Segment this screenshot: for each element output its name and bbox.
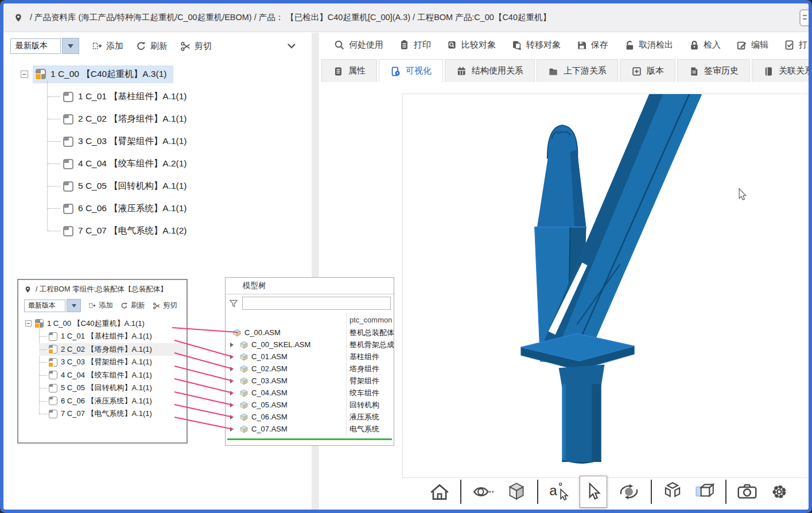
refresh-button[interactable]: 刷新 [121, 301, 145, 310]
collapse-toggle[interactable] [21, 71, 28, 78]
doc-check-icon [784, 40, 794, 50]
expand-arrow-icon[interactable] [230, 379, 236, 383]
annotation-select-icon[interactable] [547, 480, 570, 503]
model-tree-title: 模型树 [226, 278, 394, 294]
orbit-icon[interactable] [616, 480, 642, 503]
tab-versions[interactable]: 版本 [620, 59, 675, 82]
model-tree-row[interactable]: C_05.ASM回转机构 [226, 399, 394, 411]
button-label: 保存 [591, 40, 608, 50]
transfer-objects-button[interactable]: 转移对象 [511, 40, 561, 50]
tree-row-root[interactable]: 1 C_00 【C40起重机】A.3(1) [21, 63, 312, 86]
model-tree-row[interactable]: C_06.ASM液压系统 [226, 411, 394, 423]
tree-row[interactable]: 2 C_02 【塔身组件】A.1(1) [39, 343, 187, 356]
expand-arrow-icon[interactable] [230, 415, 236, 419]
tab-review-history[interactable]: 签审历史 [677, 59, 750, 82]
version-select-dropdown-button[interactable] [67, 299, 81, 312]
model-tree-row[interactable]: C_00.ASM整机总装配体 [226, 327, 394, 339]
toolbar-separator [651, 480, 652, 504]
button-label: 比较对象 [461, 40, 496, 50]
filter-funnel-icon[interactable] [228, 298, 239, 309]
collapse-toggle[interactable] [25, 320, 32, 327]
visibility-icon[interactable] [471, 480, 496, 503]
expand-arrow-icon[interactable] [230, 427, 236, 432]
undo-checkout-button[interactable]: 取消检出 [624, 40, 673, 50]
add-button[interactable]: 添加 [92, 41, 123, 52]
model-tree-row[interactable]: C_02.ASM塔身组件 [226, 363, 394, 375]
select-cursor-active-button[interactable] [580, 476, 607, 508]
version-select[interactable]: 最新版本 [10, 38, 79, 54]
column-header[interactable]: ptc_common [349, 316, 393, 324]
3d-viewport[interactable] [402, 94, 809, 478]
model-tree-row[interactable]: C_01.ASM基柱组件 [226, 351, 394, 363]
tree-row-root[interactable]: 1 C_00 【C40起重机】A.1(1) [25, 317, 187, 330]
version-select-value[interactable]: 最新版本 [24, 300, 65, 312]
tree-row[interactable]: 1 C_01 【基柱组件】A.1(1) [39, 330, 187, 343]
model-tree-row[interactable]: C_03.ASM臂架组件 [226, 375, 394, 387]
tree-row[interactable]: 7 C_07 【电气系统】A.1(2) [47, 220, 312, 242]
expand-arrow-icon[interactable] [230, 391, 236, 395]
add-button[interactable]: 添加 [88, 301, 113, 310]
tree-node-label: 4 C_04 【绞车组件】A.1(1) [61, 370, 152, 380]
tree-row[interactable]: 5 C_05 【回转机构】A.1(1) [39, 382, 187, 395]
breadcrumb[interactable]: / 产品资料库 (海工产品/特种海工起重机/C_00起重机/EBOM) / 产品… [30, 12, 551, 23]
expand-arrow-icon[interactable] [230, 343, 236, 347]
version-select-dropdown-button[interactable] [62, 38, 79, 54]
where-used-button[interactable]: 何处使用 [334, 40, 383, 50]
compare-objects-button[interactable]: 比较对象 [446, 40, 496, 50]
tree-node-label: 2 C_02 【塔身组件】A.1(1) [78, 113, 187, 125]
model-tree-row[interactable]: C_00_SKEL.ASM整机骨架总成 [226, 339, 394, 351]
model-tree-row[interactable]: C_04.ASM绞车组件 [226, 387, 394, 399]
home-icon[interactable] [428, 480, 451, 503]
edit-button[interactable]: 编辑 [736, 40, 768, 50]
expand-arrow-icon[interactable] [230, 403, 236, 407]
cut-button[interactable]: 剪切 [180, 41, 212, 52]
tab-upstream-downstream[interactable]: 上下游关系 [537, 59, 618, 82]
collapsed-panel-button[interactable] [799, 9, 809, 26]
chevron-down-icon[interactable] [286, 41, 297, 51]
bom-tree: 1 C_00 【C40起重机】A.3(1) 1 C_01 【基柱组件】A.1(1… [3, 59, 312, 242]
tab-associations[interactable]: 关联关系 [752, 59, 809, 82]
tree-row[interactable]: 5 C_05 【回转机构】A.1(1) [47, 175, 312, 197]
model-tree-window[interactable]: 模型树 ptc_common C_00.ASM整机总装配体 C_00_SKEL.… [225, 277, 394, 446]
part-icon [49, 371, 57, 379]
save-icon [576, 40, 586, 50]
save-button[interactable]: 保存 [576, 40, 608, 50]
location-pin-icon [14, 13, 23, 23]
tree-row[interactable]: 6 C_06 【液压系统】A.1(1) [39, 395, 187, 408]
version-select-value[interactable]: 最新版本 [10, 38, 61, 54]
shaded-cube-icon[interactable] [505, 480, 528, 503]
refresh-button[interactable]: 刷新 [136, 41, 168, 52]
tree-row[interactable]: 2 C_02 【塔身组件】A.1(1) [47, 108, 312, 130]
tree-row[interactable]: 3 C_03 【臂架组件】A.1(1) [39, 356, 187, 369]
mouse-cursor [739, 189, 746, 200]
cut-button[interactable]: 剪切 [153, 301, 177, 310]
open-button-truncated[interactable]: 打 [784, 40, 807, 50]
expand-arrow-icon[interactable] [230, 367, 236, 371]
tab-properties[interactable]: 属性 [321, 59, 377, 82]
selected-node[interactable]: 1 C_00 【C40起重机】A.3(1) [33, 65, 173, 83]
tree-row[interactable]: 7 C_07 【电气系统】A.1(1) [39, 407, 187, 421]
settings-gear-icon[interactable] [768, 480, 791, 503]
print-button[interactable]: 打印 [399, 40, 431, 50]
expand-arrow-icon[interactable] [230, 355, 236, 359]
views-icon[interactable] [693, 480, 716, 503]
camera-icon[interactable] [736, 480, 759, 503]
select-cursor-icon [582, 480, 605, 503]
tab-visualization[interactable]: 可视化 [379, 59, 443, 82]
model-file-name: C_02.ASM [251, 364, 287, 373]
overlay-bom-window[interactable]: / 工程BOM 零组件:总装配体【总装配体】 最新版本 添加 刷新 剪切 1 C… [17, 279, 188, 444]
tree-row[interactable]: 6 C_06 【液压系统】A.1(1) [47, 197, 312, 220]
tree-row[interactable]: 1 C_01 【基柱组件】A.1(1) [47, 86, 312, 108]
checkin-button[interactable]: 检入 [689, 40, 721, 50]
filter-input[interactable] [242, 297, 391, 310]
version-select[interactable]: 最新版本 [24, 299, 81, 312]
explode-icon[interactable] [661, 480, 684, 503]
model-tree-row[interactable]: C_07.ASM电气系统 [226, 423, 394, 435]
part-icon [63, 204, 73, 214]
tab-structure-usage[interactable]: 结构使用关系 [445, 59, 535, 82]
tree-row[interactable]: 4 C_04 【绞车组件】A.2(1) [47, 153, 312, 175]
tree-row[interactable]: 3 C_03 【臂架组件】A.1(1) [47, 130, 312, 153]
tree-node-label: 4 C_04 【绞车组件】A.2(1) [78, 158, 187, 170]
add-icon [92, 41, 102, 51]
tree-row[interactable]: 4 C_04 【绞车组件】A.1(1) [39, 369, 187, 382]
